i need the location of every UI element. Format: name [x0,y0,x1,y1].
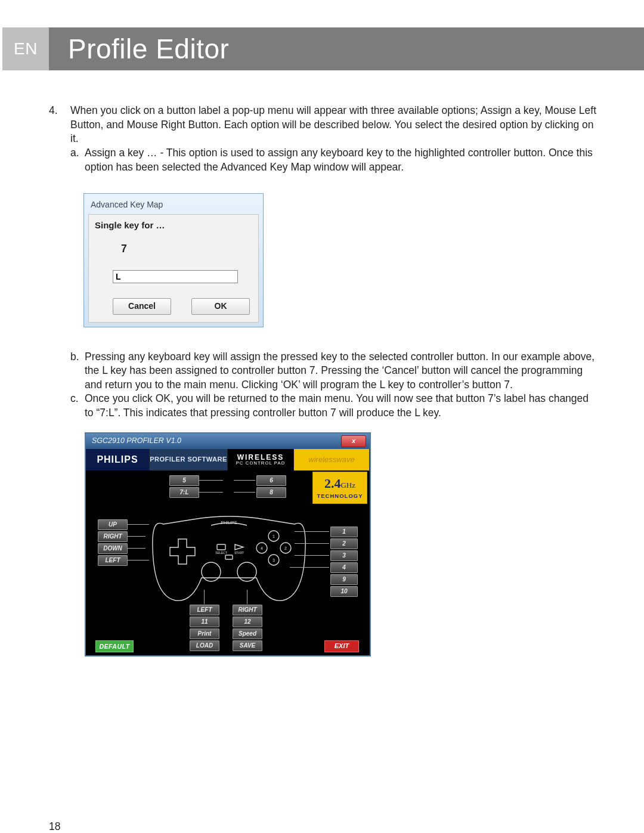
pad-face-4: 4 [261,546,263,550]
svg-point-5 [237,562,256,581]
slot-2[interactable]: 2 [330,538,358,549]
slot-right[interactable]: RIGHT [98,531,128,542]
pad-start-label: START [234,551,244,555]
list-marker: a. [70,146,85,174]
dialog-title: Advanced Key Map [88,198,259,214]
slot-10[interactable]: 10 [330,586,358,597]
list-marker: 4. [49,104,70,146]
speed-button[interactable]: Speed [233,628,262,639]
wireless-line2: PC CONTROL PAD [236,461,286,466]
slot-4[interactable]: 4 [330,562,358,573]
paragraph-4a: a. Assign a key … - This option is used … [70,146,597,174]
pad-face-2: 2 [284,546,287,550]
svg-rect-7 [225,555,233,559]
lang-tab: EN [2,27,49,70]
profiler-title: SGC2910 PROFILER V1.0 [92,436,181,446]
slot-8[interactable]: 8 [256,487,286,498]
profiler-window: SGC2910 PROFILER V1.0 x PHILIPS PROFILER… [85,432,371,657]
svg-rect-6 [217,544,225,550]
dialog-subtitle: Single key for … [95,219,252,231]
slot-up[interactable]: UP [98,519,128,530]
pad-face-3: 3 [273,558,275,562]
wireless-label: WIRELESS PC CONTROL PAD [228,449,294,470]
header-band: EN Profile Editor [49,27,644,70]
dialog-button-number: 7 [95,242,252,256]
exit-button[interactable]: EXIT [324,640,359,652]
ghz-badge: 2.4GHz TECHNOLOGY [312,472,367,504]
controller-illustration: PHILIPS SELECT START 1 2 3 4 [145,506,312,608]
save-button[interactable]: SAVE [233,640,262,651]
load-button[interactable]: LOAD [190,640,219,651]
pad-select-label: SELECT [215,551,227,555]
pad-face-1: 1 [273,534,275,538]
list-marker: b. [70,350,85,392]
key-input[interactable] [113,270,238,283]
slot-left[interactable]: LEFT [98,555,128,566]
cancel-button[interactable]: Cancel [113,298,171,315]
slot-1[interactable]: 1 [330,527,358,537]
close-button[interactable]: x [341,435,366,447]
wireless-wave-label: wirelesswave [294,449,370,470]
paragraph-4: 4. When you click on a button label a po… [49,104,597,146]
pad-brand-text: PHILIPS [221,521,237,525]
print-button[interactable]: Print [190,628,219,639]
advanced-key-map-dialog: Advanced Key Map Single key for … 7 Canc… [83,193,264,327]
paragraph-4-text: When you click on a button label a pop-u… [70,104,597,146]
svg-point-4 [202,562,221,581]
page-number: 18 [49,820,60,833]
profiler-body: 2.4GHz TECHNOLOGY 5 7:L 6 8 UP RIGHT DOW… [86,470,370,655]
paragraph-4b-text: Pressing any keyboard key will assign th… [85,350,597,392]
slot-down[interactable]: DOWN [98,543,128,554]
paragraph-4c: c. Once you click OK, you will be return… [70,392,597,420]
slot-12[interactable]: 12 [233,617,262,627]
slot-5[interactable]: 5 [169,475,199,486]
slot-6[interactable]: 6 [256,475,286,486]
brand-logo: PHILIPS [86,449,150,470]
ok-button[interactable]: OK [191,298,250,315]
profiler-software-label: PROFILER SOFTWARE [150,449,228,470]
page-title: Profile Editor [49,27,644,70]
paragraph-4a-text: Assign a key … - This option is used to … [85,146,597,174]
paragraph-4b: b. Pressing any keyboard key will assign… [70,350,597,392]
slot-11[interactable]: 11 [190,617,219,627]
slot-7l[interactable]: 7:L [169,487,199,498]
paragraph-4c-text: Once you click OK, you will be returned … [85,392,597,420]
list-marker: c. [70,392,85,420]
slot-3[interactable]: 3 [330,550,358,561]
default-button[interactable]: DEFAULT [95,640,134,652]
slot-9[interactable]: 9 [330,574,358,585]
